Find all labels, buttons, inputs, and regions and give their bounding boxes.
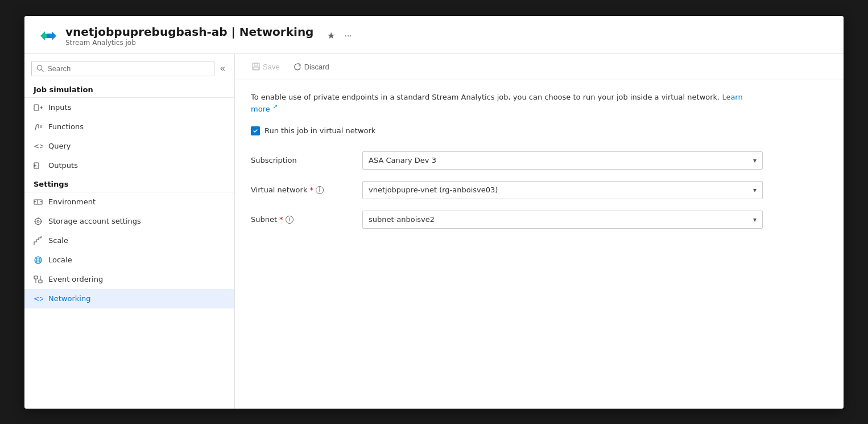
sidebar-item-query[interactable]: <> Query: [24, 137, 234, 156]
collapse-icon: «: [220, 63, 225, 73]
search-box[interactable]: [31, 61, 214, 76]
page-subtitle: Stream Analytics job: [65, 39, 313, 47]
subnet-chevron-icon: ▾: [753, 216, 757, 224]
sidebar-item-networking-label: Networking: [48, 294, 90, 303]
discard-button[interactable]: Discard: [288, 60, 335, 74]
favorite-button[interactable]: ★: [325, 29, 337, 42]
sidebar-item-environment-label: Environment: [48, 197, 96, 206]
virtual-network-select[interactable]: vnetjobpupre-vnet (rg-anboisve03) ▾: [362, 181, 763, 199]
sidebar: « Job simulation Inputs f: [24, 54, 235, 409]
subscription-label: Subscription: [251, 156, 353, 164]
sidebar-search-row: «: [24, 54, 234, 81]
header: vnetjobpuprebugbash-ab | Networking Stre…: [24, 16, 844, 54]
page-title: vnetjobpuprebugbash-ab | Networking: [65, 25, 313, 39]
save-button[interactable]: Save: [246, 60, 286, 74]
virtual-network-row: Virtual network * i vnetjobpupre-vnet (r…: [251, 181, 763, 199]
sidebar-item-functions[interactable]: f (x) Functions: [24, 117, 234, 137]
sidebar-item-locale[interactable]: Locale: [24, 250, 234, 270]
locale-icon: [34, 256, 43, 265]
sidebar-item-inputs-label: Inputs: [48, 103, 71, 112]
virtual-network-value: vnetjobpupre-vnet (rg-anboisve03): [369, 186, 498, 194]
svg-text:<>: <>: [34, 295, 43, 303]
checkmark-icon: [253, 128, 258, 134]
virtual-network-checkbox[interactable]: [251, 126, 260, 135]
subnet-required: *: [279, 215, 283, 224]
svg-rect-5: [34, 105, 39, 110]
inputs-icon: [34, 103, 43, 112]
sidebar-item-inputs[interactable]: Inputs: [24, 98, 234, 117]
subnet-value: subnet-anboisve2: [369, 215, 435, 224]
subscription-value: ASA Canary Dev 3: [369, 156, 436, 164]
svg-point-16: [35, 218, 42, 224]
event-ordering-icon: [34, 275, 43, 284]
subnet-info-icon: i: [286, 216, 294, 224]
main-body: To enable use of private endpoints in a …: [235, 80, 844, 409]
svg-rect-28: [39, 280, 42, 283]
external-link-icon: ↗: [272, 103, 278, 110]
subscription-select[interactable]: ASA Canary Dev 3 ▾: [362, 151, 763, 170]
subscription-row: Subscription ASA Canary Dev 3 ▾: [251, 151, 763, 170]
scale-icon: [34, 236, 43, 245]
discard-label: Discard: [304, 63, 329, 71]
sidebar-item-query-label: Query: [48, 142, 71, 150]
header-actions: ★ ···: [325, 29, 354, 42]
virtual-network-checkbox-row: Run this job in virtual network: [251, 126, 828, 135]
title-group: vnetjobpuprebugbash-ab | Networking Stre…: [65, 25, 313, 47]
virtual-network-info-icon: i: [316, 186, 324, 194]
sidebar-section-settings: Settings: [24, 175, 234, 192]
virtual-network-checkbox-label: Run this job in virtual network: [264, 126, 375, 135]
sidebar-item-storage-account-settings[interactable]: Storage account settings: [24, 212, 234, 231]
svg-rect-33: [254, 63, 258, 66]
toolbar: Save Discard: [235, 54, 844, 80]
svg-text:<>: <>: [34, 142, 43, 150]
sidebar-item-event-ordering-label: Event ordering: [48, 275, 103, 283]
svg-text:(x): (x): [38, 124, 43, 129]
save-label: Save: [263, 63, 280, 71]
collapse-sidebar-button[interactable]: «: [218, 61, 228, 76]
outputs-icon: [34, 161, 43, 170]
sidebar-item-outputs-label: Outputs: [48, 161, 78, 170]
app-logo: [38, 26, 59, 46]
sidebar-item-outputs[interactable]: Outputs: [24, 156, 234, 175]
subnet-row: Subnet * i subnet-anboisve2 ▾: [251, 211, 763, 229]
sidebar-item-storage-account-settings-label: Storage account settings: [48, 217, 141, 225]
sidebar-item-scale-label: Scale: [48, 236, 68, 245]
subnet-label: Subnet * i: [251, 215, 353, 224]
svg-rect-12: [34, 200, 42, 204]
svg-point-17: [37, 220, 39, 223]
virtual-network-label: Virtual network * i: [251, 186, 353, 194]
search-icon: [36, 64, 44, 72]
sidebar-item-locale-label: Locale: [48, 256, 72, 264]
networking-icon: <>: [34, 294, 43, 303]
query-icon: <>: [34, 142, 43, 151]
main-content: Save Discard To enable use of private en…: [235, 54, 844, 409]
svg-rect-27: [34, 276, 38, 279]
sidebar-item-scale[interactable]: Scale: [24, 231, 234, 250]
functions-icon: f (x): [34, 122, 43, 131]
subscription-chevron-icon: ▾: [753, 157, 757, 164]
more-options-button[interactable]: ···: [342, 30, 354, 42]
form-grid: Subscription ASA Canary Dev 3 ▾ Virtual …: [251, 151, 763, 229]
svg-line-4: [42, 69, 43, 71]
sidebar-item-event-ordering[interactable]: Event ordering: [24, 270, 234, 289]
environment-icon: [34, 197, 43, 207]
search-input[interactable]: [47, 64, 209, 73]
storage-account-icon: [34, 217, 43, 226]
app-window: vnetjobpuprebugbash-ab | Networking Stre…: [24, 16, 844, 409]
svg-rect-34: [253, 67, 259, 69]
content-area: « Job simulation Inputs f: [24, 54, 844, 409]
discard-icon: [294, 63, 301, 71]
star-icon: ★: [327, 30, 335, 41]
subnet-select[interactable]: subnet-anboisve2 ▾: [362, 211, 763, 229]
ellipsis-icon: ···: [344, 31, 352, 41]
sidebar-section-job-simulation: Job simulation: [24, 81, 234, 98]
sidebar-item-environment[interactable]: Environment: [24, 192, 234, 212]
info-text: To enable use of private endpoints in a …: [251, 92, 763, 115]
sidebar-item-networking[interactable]: <> Networking: [24, 289, 234, 308]
save-icon: [252, 63, 260, 71]
virtual-network-required: *: [309, 186, 313, 194]
sidebar-item-functions-label: Functions: [48, 122, 84, 131]
virtual-network-chevron-icon: ▾: [753, 186, 757, 194]
svg-rect-32: [253, 63, 259, 70]
